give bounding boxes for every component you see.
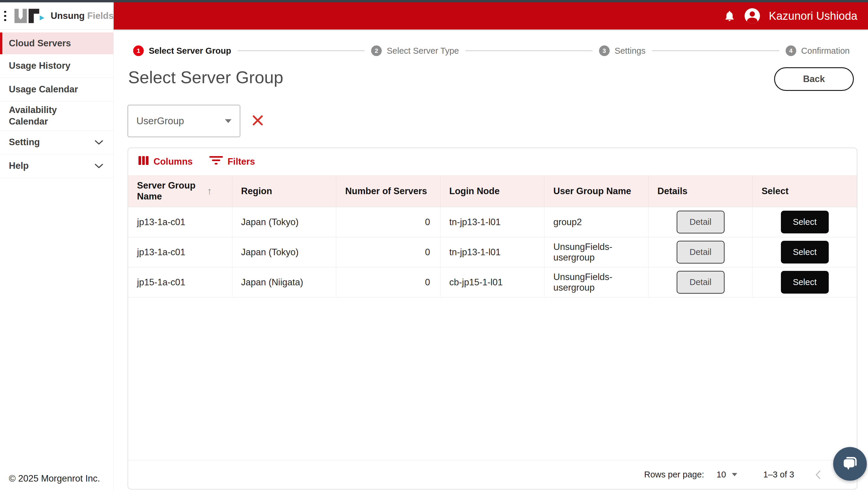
app-bar: Unsung Fields Kazunori Ushioda bbox=[0, 2, 868, 30]
sidebar-item-label: Usage Calendar bbox=[9, 84, 78, 95]
sidebar-item-cloud-servers[interactable]: Cloud Servers bbox=[0, 32, 113, 54]
dropdown-selected-value: UserGroup bbox=[136, 115, 184, 126]
user-avatar-icon[interactable] bbox=[745, 8, 760, 24]
table-body: jp13-1a-c01 Japan (Tokyo) 0 tn-jp13-1-l0… bbox=[128, 207, 857, 297]
filters-button-label: Filters bbox=[228, 156, 255, 167]
rows-per-page-label: Rows per page: bbox=[644, 470, 704, 480]
cell-number-of-servers: 0 bbox=[336, 267, 441, 297]
sidebar-item-label: Availability Calendar bbox=[9, 105, 78, 127]
sidebar-item-usage-history[interactable]: Usage History bbox=[0, 54, 113, 78]
page-title: Select Server Group bbox=[128, 67, 283, 87]
step-confirmation: 4 Confirmation bbox=[786, 46, 850, 56]
step-select-server-group: 1 Select Server Group bbox=[133, 46, 231, 56]
columns-icon bbox=[138, 155, 149, 168]
cell-login-node: cb-jp15-1-l01 bbox=[441, 267, 545, 297]
step-label: Select Server Type bbox=[387, 46, 459, 56]
detail-button[interactable]: Detail bbox=[677, 271, 725, 294]
column-header-login-node[interactable]: Login Node bbox=[441, 175, 545, 207]
detail-button[interactable]: Detail bbox=[677, 211, 725, 233]
cell-select: Select bbox=[753, 267, 857, 297]
pagination-range: 1–3 of 3 bbox=[763, 470, 794, 480]
cell-server-group-name: jp13-1a-c01 bbox=[128, 237, 232, 267]
step-select-server-type: 2 Select Server Type bbox=[371, 46, 459, 56]
sidebar-item-label: Cloud Servers bbox=[9, 38, 71, 49]
step-number-badge: 1 bbox=[133, 46, 144, 56]
sidebar-item-help[interactable]: Help bbox=[0, 154, 113, 178]
user-group-dropdown[interactable]: UserGroup bbox=[128, 105, 240, 137]
app-bar-right: Kazunori Ushioda bbox=[114, 2, 868, 30]
table-header-row: Server Group Name ↑ Region Number of Ser… bbox=[128, 175, 857, 207]
sidebar-item-usage-calendar[interactable]: Usage Calendar bbox=[0, 78, 113, 102]
cell-region: Japan (Niigata) bbox=[232, 267, 337, 297]
cell-details: Detail bbox=[649, 207, 753, 237]
columns-button[interactable]: Columns bbox=[138, 155, 193, 168]
sort-ascending-icon: ↑ bbox=[207, 185, 212, 197]
cell-number-of-servers: 0 bbox=[336, 237, 441, 267]
sidebar-item-setting[interactable]: Setting bbox=[0, 131, 113, 154]
column-header-user-group-name[interactable]: User Group Name bbox=[544, 175, 649, 207]
step-label: Confirmation bbox=[801, 46, 850, 56]
columns-button-label: Columns bbox=[153, 156, 193, 167]
chevron-down-icon bbox=[94, 161, 103, 171]
column-header-label: Server Group Name bbox=[137, 180, 200, 202]
user-name: Kazunori Ushioda bbox=[769, 10, 857, 22]
sidebar-menu: Cloud Servers Usage History Usage Calend… bbox=[0, 32, 113, 178]
chat-bubbles-icon bbox=[841, 455, 859, 473]
stepper-connector bbox=[238, 51, 365, 51]
brand-logo-icon bbox=[15, 8, 45, 24]
rows-per-page-select[interactable]: 10 bbox=[717, 470, 737, 480]
table-toolbar: Columns Filters bbox=[128, 148, 857, 175]
sidebar: Cloud Servers Usage History Usage Calend… bbox=[0, 30, 114, 491]
table-row: jp13-1a-c01 Japan (Tokyo) 0 tn-jp13-1-l0… bbox=[128, 237, 857, 267]
brand-name-primary: Unsung bbox=[51, 11, 84, 21]
stepper-connector bbox=[465, 51, 592, 51]
stepper-connector bbox=[652, 51, 779, 51]
cell-details: Detail bbox=[649, 267, 753, 297]
app-root: Unsung Fields Kazunori Ushioda bbox=[0, 0, 868, 491]
sidebar-item-label: Usage History bbox=[9, 60, 70, 72]
clear-filter-icon[interactable] bbox=[252, 115, 264, 126]
wizard-stepper: 1 Select Server Group 2 Select Server Ty… bbox=[133, 45, 850, 57]
column-header-number-of-servers[interactable]: Number of Servers bbox=[336, 175, 441, 207]
brand-name: Unsung Fields bbox=[51, 11, 114, 21]
step-number-badge: 3 bbox=[599, 46, 610, 56]
step-number-badge: 2 bbox=[371, 46, 382, 56]
step-label: Settings bbox=[615, 46, 646, 56]
previous-page-icon[interactable] bbox=[815, 470, 821, 480]
column-header-region[interactable]: Region bbox=[232, 175, 337, 207]
rows-per-page-caret-icon bbox=[732, 473, 737, 476]
back-button[interactable]: Back bbox=[774, 67, 854, 91]
cell-select: Select bbox=[753, 207, 857, 237]
cell-user-group-name: UnsungFields-usergroup bbox=[544, 267, 649, 297]
table-row: jp15-1a-c01 Japan (Niigata) 0 cb-jp15-1-… bbox=[128, 267, 857, 297]
chat-widget-button[interactable] bbox=[833, 447, 867, 481]
column-header-details[interactable]: Details bbox=[649, 175, 753, 207]
cell-login-node: tn-jp13-1-l01 bbox=[441, 237, 545, 267]
hamburger-menu-icon[interactable] bbox=[4, 11, 6, 21]
detail-button[interactable]: Detail bbox=[677, 241, 725, 263]
brand-name-secondary: Fields bbox=[87, 11, 114, 21]
cell-details: Detail bbox=[649, 237, 753, 267]
notifications-bell-icon[interactable] bbox=[723, 10, 736, 22]
cell-user-group-name: UnsungFields-usergroup bbox=[544, 237, 649, 267]
server-group-table-panel: Columns Filters Server Group Name ↑ Regi… bbox=[128, 148, 857, 490]
select-button[interactable]: Select bbox=[781, 241, 829, 263]
table-pagination: Rows per page: 10 1–3 of 3 bbox=[128, 460, 857, 489]
select-button[interactable]: Select bbox=[781, 271, 829, 294]
column-header-select[interactable]: Select bbox=[753, 175, 857, 207]
rows-per-page-value: 10 bbox=[717, 470, 726, 480]
select-button[interactable]: Select bbox=[781, 211, 829, 233]
filters-button[interactable]: Filters bbox=[209, 156, 255, 168]
sidebar-item-label: Setting bbox=[9, 137, 40, 148]
sidebar-item-label: Help bbox=[9, 160, 29, 172]
window-top-strip bbox=[0, 0, 868, 2]
column-header-server-group-name[interactable]: Server Group Name ↑ bbox=[128, 175, 232, 207]
sidebar-item-availability-calendar[interactable]: Availability Calendar bbox=[0, 102, 113, 131]
cell-select: Select bbox=[753, 237, 857, 267]
cell-number-of-servers: 0 bbox=[336, 207, 441, 237]
chevron-down-icon bbox=[94, 137, 103, 148]
brand-zone: Unsung Fields bbox=[0, 2, 114, 30]
cell-server-group-name: jp15-1a-c01 bbox=[128, 267, 232, 297]
cell-server-group-name: jp13-1a-c01 bbox=[128, 207, 232, 237]
cell-login-node: tn-jp13-1-l01 bbox=[441, 207, 545, 237]
